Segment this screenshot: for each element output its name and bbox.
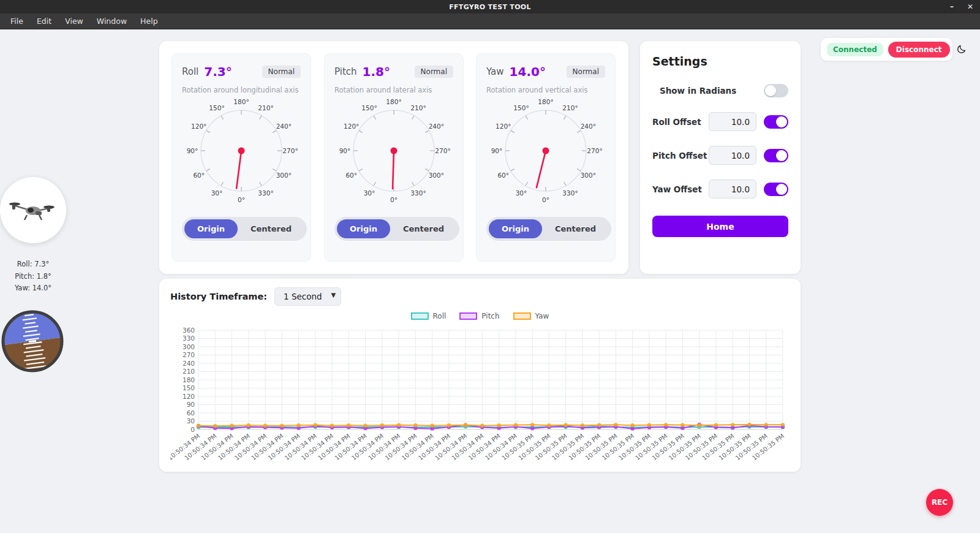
svg-text:0°: 0° (390, 196, 398, 203)
svg-text:90°: 90° (187, 147, 198, 154)
svg-text:270°: 270° (282, 147, 298, 154)
svg-text:210°: 210° (562, 104, 578, 112)
yaw-offset-input[interactable] (709, 180, 756, 198)
history-chart: 030609012015018021024027030033036010:50:… (170, 322, 789, 470)
svg-text:30°: 30° (211, 189, 223, 197)
svg-text:60°: 60° (497, 172, 509, 179)
pitch-readout: Pitch: 1.8° (0, 271, 66, 283)
menu-view[interactable]: View (59, 15, 89, 28)
artificial-horizon (0, 309, 66, 374)
yaw-gauge-card: Yaw 14.0° Normal Rotation around vertica… (476, 53, 616, 262)
minimize-button[interactable]: – (947, 0, 957, 13)
chart-legend: RollPitchYaw (170, 312, 790, 320)
window-title: FFTGYRO TEST TOOL (449, 3, 531, 11)
svg-text:90°: 90° (339, 147, 351, 154)
menu-edit[interactable]: Edit (31, 15, 57, 28)
yaw-value: 14.0° (510, 64, 546, 79)
svg-text:90°: 90° (491, 147, 503, 154)
roll-offset-toggle[interactable] (764, 115, 788, 129)
svg-text:150°: 150° (513, 104, 529, 112)
roll-origin-button[interactable]: Origin (184, 219, 238, 238)
yaw-origin-button[interactable]: Origin (489, 219, 542, 238)
yaw-dial: 0°30°60°90°120°150°180°210°240°270°300°3… (486, 96, 606, 211)
connected-status-badge: Connected (827, 43, 883, 56)
disconnect-button[interactable]: Disconnect (888, 42, 950, 58)
settings-panel: Settings Show in Radians Roll Offset Pit… (640, 41, 801, 274)
roll-value: 7.3° (204, 64, 232, 79)
attitude-readouts: Roll: 7.3° Pitch: 1.8° Yaw: 14.0° (0, 259, 66, 295)
yaw-readout: Yaw: 14.0° (0, 282, 66, 295)
menu-file[interactable]: File (5, 15, 29, 28)
roll-mode-toggle: Origin Centered (182, 217, 307, 241)
legend-swatch (513, 312, 531, 320)
record-button[interactable]: REC (926, 489, 953, 516)
legend-item-pitch[interactable]: Pitch (459, 312, 499, 320)
roll-label: Roll (182, 66, 198, 77)
yaw-centered-button[interactable]: Centered (542, 219, 609, 238)
svg-text:60: 60 (187, 409, 195, 417)
history-panel: History Timeframe: 1 Second ▼ RollPitchY… (159, 279, 801, 472)
svg-text:330°: 330° (562, 189, 578, 197)
pitch-dial: 0°30°60°90°120°150°180°210°240°270°300°3… (334, 96, 454, 211)
yaw-offset-label: Yaw Offset (652, 184, 702, 194)
svg-text:270°: 270° (587, 147, 602, 154)
roll-dial: 0°30°60°90°120°150°180°210°240°270°300°3… (181, 96, 301, 211)
radians-toggle[interactable] (764, 84, 788, 97)
menu-help[interactable]: Help (135, 15, 164, 28)
svg-text:210°: 210° (410, 104, 426, 112)
svg-text:360: 360 (183, 327, 195, 334)
svg-text:180°: 180° (386, 98, 401, 105)
svg-text:150: 150 (183, 384, 195, 391)
svg-text:210°: 210° (258, 104, 273, 112)
title-bar: FFTGYRO TEST TOOL – ✕ (0, 0, 980, 13)
pitch-centered-button[interactable]: Centered (390, 219, 457, 238)
svg-text:180°: 180° (233, 98, 249, 105)
timeframe-select[interactable]: 1 Second (274, 287, 341, 306)
gauges-panel: Roll 7.3° Normal Rotation around longitu… (159, 41, 628, 274)
yaw-label: Yaw (486, 66, 504, 77)
svg-text:270: 270 (183, 351, 195, 358)
svg-text:150°: 150° (361, 104, 377, 112)
svg-text:0°: 0° (542, 196, 549, 203)
radians-label: Show in Radians (660, 86, 736, 96)
legend-label: Roll (433, 312, 447, 320)
pitch-offset-label: Pitch Offset (652, 151, 707, 161)
svg-text:180°: 180° (538, 98, 553, 105)
pitch-offset-input[interactable] (709, 146, 756, 165)
yaw-mode-toggle: Origin Centered (486, 217, 611, 241)
svg-text:300°: 300° (276, 172, 292, 179)
pitch-gauge-card: Pitch 1.8° Normal Rotation around latera… (324, 53, 464, 262)
legend-item-roll[interactable]: Roll (411, 312, 447, 320)
pitch-origin-button[interactable]: Origin (337, 219, 390, 238)
menu-window[interactable]: Window (91, 15, 132, 28)
legend-swatch (459, 312, 477, 320)
home-button[interactable]: Home (652, 216, 788, 237)
svg-text:240°: 240° (581, 123, 596, 130)
dark-mode-toggle[interactable] (956, 44, 967, 55)
svg-text:300°: 300° (581, 172, 596, 179)
yaw-offset-toggle[interactable] (764, 183, 788, 196)
connection-bar: Connected Disconnect (821, 38, 952, 61)
drone-avatar (0, 177, 66, 243)
svg-text:120°: 120° (191, 123, 206, 130)
pitch-value: 1.8° (363, 64, 390, 79)
svg-text:330°: 330° (410, 189, 426, 197)
legend-item-yaw[interactable]: Yaw (513, 312, 549, 320)
close-button[interactable]: ✕ (965, 0, 975, 13)
pitch-offset-toggle[interactable] (764, 149, 788, 162)
drone-icon (9, 197, 58, 224)
menu-bar: File Edit View Window Help (0, 13, 980, 29)
svg-text:30°: 30° (364, 189, 375, 197)
svg-text:180: 180 (183, 376, 195, 384)
legend-label: Yaw (535, 312, 549, 320)
yaw-status-badge: Normal (567, 66, 605, 78)
roll-offset-input[interactable] (709, 112, 756, 131)
roll-centered-button[interactable]: Centered (238, 219, 304, 238)
svg-text:240°: 240° (276, 123, 292, 130)
svg-text:30: 30 (187, 417, 195, 425)
history-timeframe-label: History Timeframe: (170, 292, 267, 301)
svg-text:120°: 120° (496, 123, 511, 130)
svg-text:120°: 120° (344, 123, 359, 130)
svg-text:150°: 150° (209, 104, 224, 112)
svg-text:30°: 30° (516, 189, 527, 197)
